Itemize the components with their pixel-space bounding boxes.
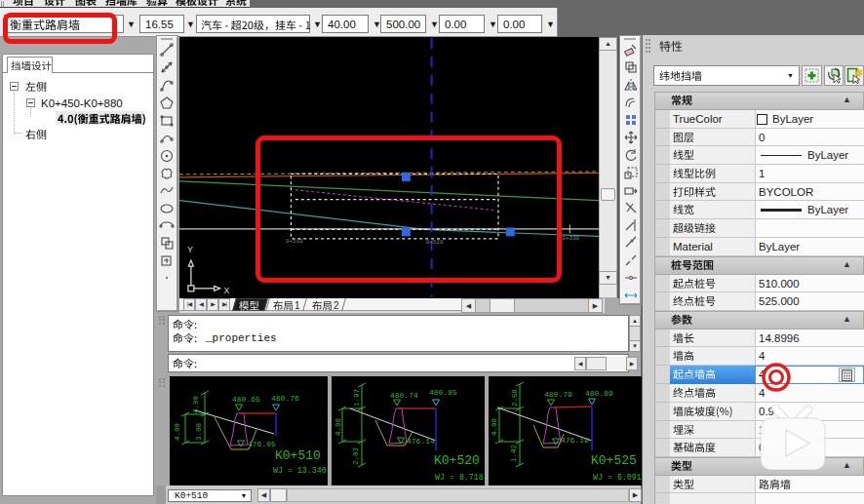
svg-text:1.42: 1.42 <box>510 445 518 462</box>
svg-text:WJ = 6.091: WJ = 6.091 <box>593 473 642 482</box>
svg-text:4.00: 4.00 <box>334 417 342 436</box>
svg-text:480.85: 480.85 <box>429 388 457 397</box>
svg-text:4.00: 4.00 <box>192 395 200 413</box>
svg-text:476.05: 476.05 <box>248 440 276 448</box>
svg-text:WJ = 13.340: WJ = 13.340 <box>273 466 327 475</box>
svg-text:2.58: 2.58 <box>511 389 519 407</box>
svg-text:4.00: 4.00 <box>491 417 498 436</box>
svg-text:1.97: 1.97 <box>353 389 361 407</box>
svg-text:K0+520: K0+520 <box>434 453 480 468</box>
svg-text:480.89: 480.89 <box>585 389 613 398</box>
svg-text:0+330: 0+330 <box>562 235 579 242</box>
svg-text:480.76: 480.76 <box>271 394 299 403</box>
svg-text:480.65: 480.65 <box>232 395 260 404</box>
svg-text:4.00: 4.00 <box>174 422 181 441</box>
svg-text:480.79: 480.79 <box>544 390 572 399</box>
svg-text:2.03: 2.03 <box>352 446 360 465</box>
svg-text:X: X <box>224 286 230 295</box>
svg-text:480.74: 480.74 <box>390 391 418 400</box>
svg-text:476.14: 476.14 <box>407 437 435 446</box>
svg-text:476.19: 476.19 <box>561 436 589 445</box>
svg-text:Y: Y <box>187 245 193 254</box>
svg-text:K0+525: K0+525 <box>591 453 637 468</box>
svg-text:K0+510: K0+510 <box>275 448 321 463</box>
svg-text:3.00: 3.00 <box>195 422 203 441</box>
svg-text:WJ = 8.718: WJ = 8.718 <box>435 473 484 482</box>
